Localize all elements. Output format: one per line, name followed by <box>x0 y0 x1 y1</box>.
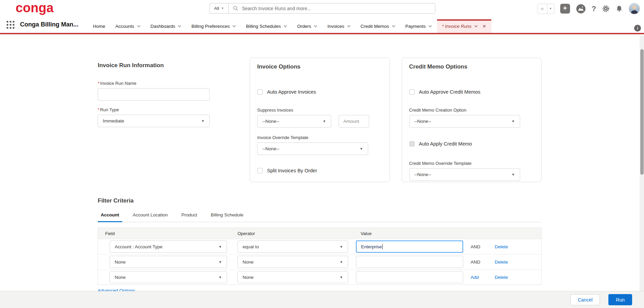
run-type-select[interactable]: Immediate ▼ <box>98 115 210 127</box>
info-icon[interactable]: i <box>634 25 641 32</box>
search-input[interactable] <box>241 5 435 12</box>
star-icon[interactable]: ★ <box>538 4 547 14</box>
tab-orders[interactable]: Orders <box>292 19 322 33</box>
credit-memo-creation-option-select[interactable]: --None-- ▼ <box>409 115 520 128</box>
run-type-label: *Run Type <box>98 107 210 112</box>
split-invoices-by-order-checkbox[interactable] <box>257 168 263 173</box>
chevron-down-icon[interactable]: ▼ <box>547 7 554 10</box>
section-title-invoice-run-information: Invoice Run Information <box>98 62 210 69</box>
tab-home[interactable]: Home <box>88 19 110 33</box>
tab-billing-preferences[interactable]: Billing Preferences <box>186 19 241 33</box>
advanced-options-link[interactable]: Advanced Options <box>98 288 135 291</box>
connector-label: AND <box>468 259 495 265</box>
chevron-down-icon: ▼ <box>201 119 205 123</box>
value-input[interactable] <box>356 256 463 268</box>
column-header-field: Field <box>98 231 234 236</box>
invoice-override-template-label: Invoice Override Template <box>257 135 382 140</box>
auto-approve-invoices-checkbox[interactable] <box>257 89 263 95</box>
chevron-down-icon: ▼ <box>512 119 515 123</box>
auto-approve-credit-memos-label: Auto Approve Credit Memos <box>419 89 480 95</box>
connector-label: AND <box>468 244 495 249</box>
filter-tab-billing-schedule[interactable]: Billing Schedule <box>208 212 246 222</box>
chevron-down-icon <box>178 25 181 27</box>
table-row: None▼ None▼ AND Delete <box>98 254 541 269</box>
invoice-options-card: Invoice Options Auto Approve Invoices Su… <box>250 58 390 182</box>
auto-approve-credit-memos-checkbox[interactable] <box>409 89 415 95</box>
operator-select[interactable]: None▼ <box>238 256 348 268</box>
global-actions-button[interactable]: + <box>560 4 570 14</box>
delete-row-link[interactable]: Delete <box>495 275 508 280</box>
suppress-amount-input[interactable] <box>339 115 369 128</box>
invoice-run-name-input[interactable] <box>98 88 210 101</box>
table-row: None▼ None▼ Add Delete <box>98 269 541 285</box>
close-tab-icon[interactable]: ✕ <box>482 24 486 29</box>
cancel-button[interactable]: Cancel <box>570 294 600 305</box>
credit-memo-creation-option-label: Credit Memo Creation Option <box>409 108 534 113</box>
table-header-row: Field Operator Value <box>98 228 541 239</box>
conga-logo: conga <box>16 1 54 15</box>
tab-invoice-runs-active[interactable]: * Invoice Runs ✕ <box>437 19 491 33</box>
guidance-center-icon[interactable] <box>576 4 586 14</box>
delete-row-link[interactable]: Delete <box>495 259 508 265</box>
delete-row-link[interactable]: Delete <box>495 244 508 249</box>
suppress-invoices-label: Suppress Invoices <box>257 108 382 113</box>
text-caret <box>382 244 383 249</box>
credit-memo-override-template-value: --None-- <box>414 172 431 177</box>
operator-select[interactable]: equal to▼ <box>238 240 348 253</box>
help-icon[interactable]: ? <box>592 4 596 13</box>
search-box <box>229 3 435 13</box>
auto-approve-invoices-label: Auto Approve Invoices <box>267 89 316 95</box>
value-input[interactable] <box>356 271 463 283</box>
chevron-down-icon <box>137 25 140 27</box>
tab-accounts[interactable]: Accounts <box>110 19 146 33</box>
chevron-down-icon <box>314 25 317 27</box>
suppress-invoices-select[interactable]: --None-- ▼ <box>257 115 331 128</box>
invoice-run-information-section: Invoice Run Information *Invoice Run Nam… <box>98 58 210 182</box>
credit-memo-override-template-select[interactable]: --None-- ▼ <box>409 168 520 181</box>
person-silhouette-icon <box>629 3 640 14</box>
header-actions: ★ ▼ + ? <box>537 3 640 14</box>
chevron-down-icon: ▼ <box>360 147 363 151</box>
favorites-control[interactable]: ★ ▼ <box>537 4 554 14</box>
app-name: Conga Billing Man... <box>20 21 78 28</box>
setup-gear-icon[interactable] <box>602 5 610 13</box>
required-asterisk: * <box>98 81 99 86</box>
tab-credit-memos[interactable]: Credit Memos <box>356 19 400 33</box>
filter-tabs: Account Account Location Product Billing… <box>98 212 542 222</box>
tab-billing-schedules[interactable]: Billing Schedules <box>241 19 292 33</box>
filter-tab-account-location[interactable]: Account Location <box>130 212 171 222</box>
add-row-link[interactable]: Add <box>468 275 495 280</box>
run-button[interactable]: Run <box>608 294 632 305</box>
chevron-down-icon: ▼ <box>340 245 343 249</box>
chevron-down-icon: ▼ <box>219 275 222 279</box>
auto-apply-credit-memo-checkbox <box>409 141 415 147</box>
field-select[interactable]: None▼ <box>110 271 227 283</box>
search-icon <box>233 6 238 11</box>
invoice-override-template-value: --None-- <box>262 146 279 151</box>
notifications-bell-icon[interactable] <box>615 5 623 13</box>
search-scope-dropdown[interactable]: All ▼ <box>210 3 229 13</box>
global-search: All ▼ <box>209 3 435 14</box>
filter-tab-account[interactable]: Account <box>98 212 122 222</box>
split-invoices-by-order-label: Split Invoices By Order <box>267 168 317 173</box>
column-header-operator: Operator <box>234 231 352 236</box>
chevron-down-icon: ▼ <box>323 119 326 123</box>
filter-tab-product[interactable]: Product <box>178 212 201 222</box>
value-input[interactable]: Enterprise <box>356 240 463 253</box>
scrollbar-thumb[interactable] <box>640 49 644 175</box>
field-select[interactable]: Account : Account Type▼ <box>110 240 227 253</box>
tab-dashboards[interactable]: Dashboards <box>146 19 187 33</box>
user-avatar[interactable] <box>629 3 640 14</box>
tab-payments[interactable]: Payments <box>400 19 437 33</box>
credit-memo-override-template-label: Credit Memo Override Template <box>409 161 534 166</box>
chevron-down-icon[interactable] <box>474 25 478 27</box>
app-launcher-icon[interactable] <box>6 20 15 29</box>
operator-select[interactable]: None▼ <box>238 271 348 283</box>
tab-invoices[interactable]: Invoices <box>322 19 356 33</box>
chevron-down-icon: ▼ <box>219 245 222 249</box>
footer-action-bar: Cancel Run <box>0 291 644 308</box>
invoice-override-template-select[interactable]: --None-- ▼ <box>257 142 368 155</box>
vertical-scrollbar[interactable] <box>640 36 644 291</box>
field-select[interactable]: None▼ <box>110 256 227 268</box>
chevron-down-icon: ▼ <box>512 173 515 176</box>
